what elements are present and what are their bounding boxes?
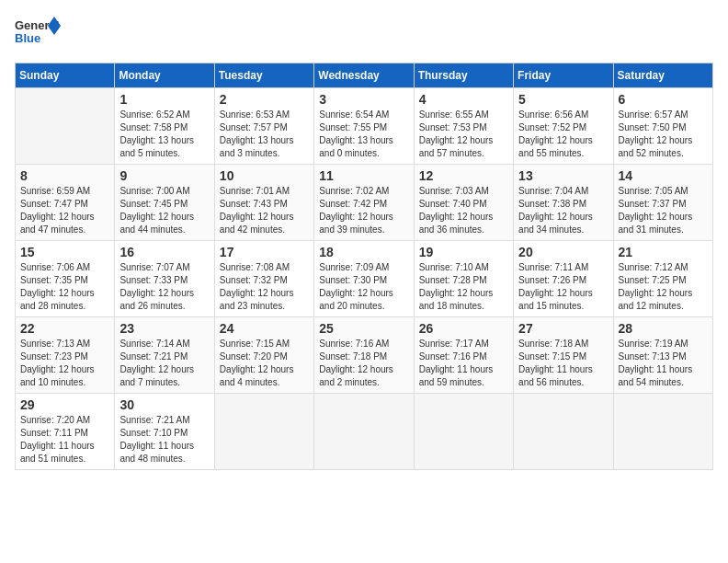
day-info: Sunrise: 7:18 AM	[518, 338, 608, 350]
calendar-cell: 16Sunrise: 7:07 AMSunset: 7:33 PMDayligh…	[115, 241, 214, 317]
day-info: Sunrise: 6:53 AM	[220, 109, 309, 121]
day-info: Sunrise: 7:07 AM	[119, 261, 209, 274]
calendar-cell: 21Sunrise: 7:12 AMSunset: 7:25 PMDayligh…	[613, 241, 712, 317]
calendar-cell: 23Sunrise: 7:14 AMSunset: 7:21 PMDayligh…	[115, 317, 214, 394]
day-info: Sunrise: 6:55 AM	[419, 109, 508, 121]
calendar-cell: 11Sunrise: 7:02 AMSunset: 7:42 PMDayligh…	[314, 165, 414, 241]
calendar-cell: 28Sunrise: 7:19 AMSunset: 7:13 PMDayligh…	[613, 317, 712, 394]
day-info: Sunset: 7:16 PM	[419, 350, 508, 363]
day-number: 30	[119, 397, 209, 412]
day-info: Sunrise: 7:13 AM	[20, 338, 109, 350]
calendar-cell: 18Sunrise: 7:09 AMSunset: 7:30 PMDayligh…	[314, 241, 414, 317]
day-number: 12	[419, 168, 508, 183]
day-info: Sunset: 7:47 PM	[20, 198, 109, 211]
day-info: Daylight: 12 hours and 57 minutes.	[419, 134, 508, 160]
day-info: Daylight: 12 hours and 20 minutes.	[319, 287, 408, 313]
day-number: 10	[220, 168, 309, 183]
day-info: Sunrise: 7:01 AM	[220, 185, 309, 198]
day-info: Sunset: 7:35 PM	[20, 274, 109, 287]
day-number: 23	[119, 321, 209, 336]
day-info: Sunrise: 7:15 AM	[220, 338, 309, 350]
day-info: Daylight: 12 hours and 44 minutes.	[119, 211, 209, 236]
calendar-cell	[514, 394, 613, 470]
calendar-cell	[613, 394, 712, 470]
day-info: Daylight: 12 hours and 31 minutes.	[619, 211, 708, 236]
calendar-cell: 12Sunrise: 7:03 AMSunset: 7:40 PMDayligh…	[414, 165, 513, 241]
day-info: Daylight: 12 hours and 4 minutes.	[220, 363, 309, 389]
day-info: Sunset: 7:10 PM	[119, 427, 209, 440]
day-info: Daylight: 13 hours and 3 minutes.	[220, 134, 309, 160]
day-info: Sunrise: 7:05 AM	[619, 185, 708, 198]
day-number: 17	[220, 245, 309, 259]
col-header-sunday: Sunday	[16, 63, 115, 88]
calendar-cell: 14Sunrise: 7:05 AMSunset: 7:37 PMDayligh…	[613, 165, 712, 241]
day-number: 21	[619, 245, 708, 259]
calendar-week-4: 22Sunrise: 7:13 AMSunset: 7:23 PMDayligh…	[16, 317, 713, 394]
col-header-monday: Monday	[115, 63, 214, 88]
calendar-table: SundayMondayTuesdayWednesdayThursdayFrid…	[15, 63, 713, 470]
day-info: Daylight: 11 hours and 48 minutes.	[119, 440, 209, 465]
day-info: Sunrise: 7:09 AM	[319, 261, 408, 274]
day-info: Sunset: 7:52 PM	[518, 121, 608, 134]
logo-svg: General Blue	[15, 15, 61, 52]
calendar-cell: 5Sunrise: 6:56 AMSunset: 7:52 PMDaylight…	[514, 88, 613, 165]
day-info: Daylight: 13 hours and 5 minutes.	[119, 134, 209, 160]
day-info: Sunset: 7:40 PM	[419, 198, 508, 211]
day-info: Sunrise: 7:11 AM	[518, 261, 608, 274]
day-info: Daylight: 11 hours and 59 minutes.	[419, 363, 508, 389]
day-info: Sunset: 7:21 PM	[119, 350, 209, 363]
day-info: Sunset: 7:28 PM	[419, 274, 508, 287]
day-info: Sunrise: 7:00 AM	[119, 185, 209, 198]
calendar-cell: 10Sunrise: 7:01 AMSunset: 7:43 PMDayligh…	[214, 165, 313, 241]
day-info: Sunset: 7:30 PM	[319, 274, 408, 287]
day-info: Daylight: 12 hours and 15 minutes.	[518, 287, 608, 313]
day-info: Sunset: 7:23 PM	[20, 350, 109, 363]
day-info: Daylight: 12 hours and 47 minutes.	[20, 211, 109, 236]
day-info: Sunset: 7:50 PM	[619, 121, 708, 134]
calendar-cell: 29Sunrise: 7:20 AMSunset: 7:11 PMDayligh…	[16, 394, 115, 470]
day-info: Sunrise: 7:14 AM	[119, 338, 209, 350]
day-number: 29	[20, 397, 109, 412]
day-info: Sunrise: 6:59 AM	[20, 185, 109, 198]
calendar-cell: 17Sunrise: 7:08 AMSunset: 7:32 PMDayligh…	[214, 241, 313, 317]
calendar-week-2: 8Sunrise: 6:59 AMSunset: 7:47 PMDaylight…	[16, 165, 713, 241]
calendar-cell: 26Sunrise: 7:17 AMSunset: 7:16 PMDayligh…	[414, 317, 513, 394]
day-info: Sunset: 7:45 PM	[119, 198, 209, 211]
calendar-cell	[314, 394, 414, 470]
col-header-saturday: Saturday	[613, 63, 712, 88]
day-info: Sunset: 7:57 PM	[220, 121, 309, 134]
day-info: Sunrise: 7:06 AM	[20, 261, 109, 274]
day-number: 5	[518, 92, 608, 107]
calendar-cell: 8Sunrise: 6:59 AMSunset: 7:47 PMDaylight…	[16, 165, 115, 241]
calendar-cell: 30Sunrise: 7:21 AMSunset: 7:10 PMDayligh…	[115, 394, 214, 470]
calendar-cell: 19Sunrise: 7:10 AMSunset: 7:28 PMDayligh…	[414, 241, 513, 317]
day-number: 25	[319, 321, 408, 336]
calendar-cell: 20Sunrise: 7:11 AMSunset: 7:26 PMDayligh…	[514, 241, 613, 317]
day-info: Daylight: 13 hours and 0 minutes.	[319, 134, 408, 160]
day-number: 6	[619, 92, 708, 107]
day-info: Daylight: 12 hours and 18 minutes.	[419, 287, 508, 313]
calendar-cell: 4Sunrise: 6:55 AMSunset: 7:53 PMDaylight…	[414, 88, 513, 165]
day-number: 22	[20, 321, 109, 336]
day-number: 28	[619, 321, 708, 336]
day-info: Sunset: 7:13 PM	[619, 350, 708, 363]
page-header: General Blue	[15, 15, 713, 52]
day-info: Daylight: 12 hours and 10 minutes.	[20, 363, 109, 389]
day-number: 26	[419, 321, 508, 336]
day-info: Daylight: 11 hours and 54 minutes.	[619, 363, 708, 389]
calendar-cell: 27Sunrise: 7:18 AMSunset: 7:15 PMDayligh…	[514, 317, 613, 394]
calendar-cell: 24Sunrise: 7:15 AMSunset: 7:20 PMDayligh…	[214, 317, 313, 394]
day-info: Sunrise: 6:56 AM	[518, 109, 608, 121]
calendar-cell	[214, 394, 313, 470]
day-info: Sunrise: 7:19 AM	[619, 338, 708, 350]
calendar-cell	[16, 88, 115, 165]
calendar-cell: 1Sunrise: 6:52 AMSunset: 7:58 PMDaylight…	[115, 88, 214, 165]
day-info: Daylight: 11 hours and 56 minutes.	[518, 363, 608, 389]
day-info: Daylight: 12 hours and 39 minutes.	[319, 211, 408, 236]
day-info: Sunrise: 7:10 AM	[419, 261, 508, 274]
calendar-cell: 2Sunrise: 6:53 AMSunset: 7:57 PMDaylight…	[214, 88, 313, 165]
day-info: Daylight: 12 hours and 36 minutes.	[419, 211, 508, 236]
day-info: Sunrise: 7:04 AM	[518, 185, 608, 198]
day-number: 4	[419, 92, 508, 107]
day-info: Sunrise: 7:03 AM	[419, 185, 508, 198]
